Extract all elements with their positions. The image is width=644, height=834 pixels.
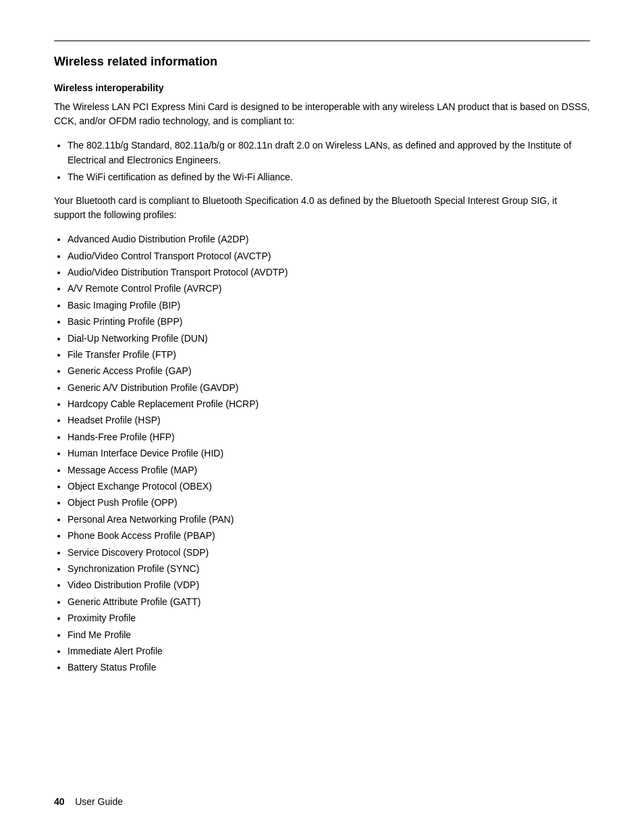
list-item: Personal Area Networking Profile (PAN) [68,512,590,527]
list-item: Human Interface Device Profile (HID) [68,446,590,461]
list-item: Battery Status Profile [68,660,590,675]
top-divider [54,41,590,41]
paragraph-2: Your Bluetooth card is compliant to Blue… [54,194,590,222]
footer-label: User Guide [75,796,123,807]
subsection-title: Wireless interoperability [54,82,590,93]
list-item: Dial-Up Networking Profile (DUN) [68,331,590,346]
bullet-list-1: The 802.11b/g Standard, 802.11a/b/g or 8… [68,138,590,184]
list-item: The WiFi certification as defined by the… [68,170,590,184]
list-item: Advanced Audio Distribution Profile (A2D… [68,232,590,246]
footer: 40 User Guide [54,796,123,807]
paragraph-1: The Wireless LAN PCI Express Mini Card i… [54,100,590,128]
list-item: Headset Profile (HSP) [68,413,590,427]
list-item: Object Push Profile (OPP) [68,495,590,510]
list-item: Hardcopy Cable Replacement Profile (HCRP… [68,396,590,411]
list-item: Audio/Video Distribution Transport Proto… [68,265,590,280]
list-item: Basic Imaging Profile (BIP) [68,298,590,313]
page: Wireless related information Wireless in… [0,0,644,834]
list-item: Generic A/V Distribution Profile (GAVDP) [68,380,590,395]
list-item: Phone Book Access Profile (PBAP) [68,528,590,543]
list-item: File Transfer Profile (FTP) [68,347,590,362]
list-item: Video Distribution Profile (VDP) [68,577,590,592]
bullet-list-2: Advanced Audio Distribution Profile (A2D… [68,232,590,675]
list-item: Message Access Profile (MAP) [68,463,590,477]
list-item: Audio/Video Control Transport Protocol (… [68,249,590,263]
section-title: Wireless related information [54,55,590,69]
list-item: Basic Printing Profile (BPP) [68,314,590,329]
list-item: Synchronization Profile (SYNC) [68,561,590,576]
list-item: Find Me Profile [68,627,590,642]
page-number: 40 [54,796,65,807]
list-item: Generic Attribute Profile (GATT) [68,594,590,609]
list-item: Generic Access Profile (GAP) [68,363,590,378]
list-item: Hands-Free Profile (HFP) [68,429,590,444]
list-item: Object Exchange Protocol (OBEX) [68,479,590,494]
list-item: The 802.11b/g Standard, 802.11a/b/g or 8… [68,138,590,168]
list-item: Service Discovery Protocol (SDP) [68,545,590,560]
list-item: A/V Remote Control Profile (AVRCP) [68,281,590,296]
list-item: Immediate Alert Profile [68,644,590,658]
list-item: Proximity Profile [68,610,590,625]
